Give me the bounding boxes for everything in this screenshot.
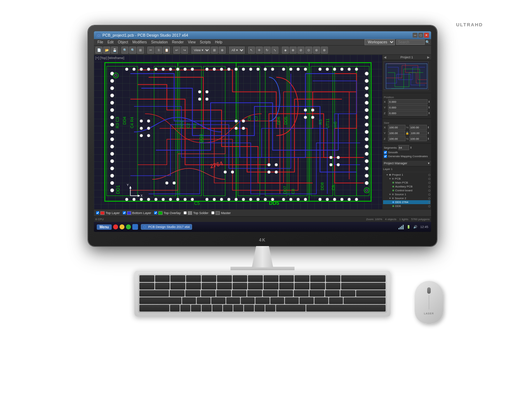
tree-dd6[interactable]: DD6 bbox=[383, 204, 430, 208]
key-comma[interactable] bbox=[244, 305, 254, 312]
pos-y-spinner[interactable]: ⬍ bbox=[428, 106, 430, 109]
new-file-button[interactable]: 📄 bbox=[95, 47, 102, 54]
key-semi[interactable] bbox=[314, 297, 328, 304]
layer-master-checkbox[interactable] bbox=[211, 211, 214, 214]
tree-main-pcb[interactable]: Main PCB bbox=[383, 181, 430, 185]
panel-arrow-left[interactable]: ◀ bbox=[384, 55, 386, 59]
layer-bottom-checkbox[interactable] bbox=[123, 211, 126, 214]
scale-button[interactable]: ⤡ bbox=[271, 47, 279, 54]
tool12[interactable]: ⊚ bbox=[313, 47, 320, 54]
key-2[interactable] bbox=[170, 283, 185, 289]
mouse-scroll-wheel[interactable] bbox=[427, 287, 431, 294]
smooth-checkbox[interactable] bbox=[384, 151, 387, 154]
size-z-spinner[interactable]: ⬍ bbox=[427, 137, 430, 140]
key-9[interactable] bbox=[279, 283, 294, 289]
key-x[interactable] bbox=[180, 305, 190, 312]
key-p[interactable] bbox=[309, 290, 324, 297]
tree-dds2764[interactable]: DDS 2764 bbox=[383, 200, 430, 204]
taskbar-dot-green[interactable] bbox=[126, 224, 131, 229]
segments-spinner[interactable]: ⬍ bbox=[410, 146, 412, 149]
key-f8[interactable] bbox=[264, 275, 279, 282]
key-v[interactable] bbox=[202, 305, 212, 312]
key-tilde[interactable] bbox=[139, 283, 154, 289]
layer-bottom[interactable]: Bottom Layer bbox=[123, 211, 152, 215]
menu-modifiers[interactable]: Modifiers bbox=[130, 39, 149, 45]
redo-button[interactable]: ↪ bbox=[181, 47, 188, 54]
canvas-area[interactable]: [+] [Top] [Wireframe] bbox=[94, 55, 382, 209]
key-1[interactable] bbox=[155, 283, 170, 289]
mouse-body[interactable]: LASER bbox=[415, 281, 443, 324]
key-3[interactable] bbox=[186, 283, 201, 289]
zoom-in-button[interactable]: 🔍 bbox=[121, 47, 128, 54]
key-n[interactable] bbox=[223, 305, 233, 312]
key-esc[interactable] bbox=[139, 275, 154, 282]
key-tab[interactable] bbox=[139, 290, 169, 297]
key-shift-r[interactable] bbox=[276, 305, 306, 312]
workspace-selector[interactable]: Workspaces bbox=[365, 39, 395, 45]
tree-control-board[interactable]: Control board bbox=[383, 188, 430, 192]
key-f2[interactable] bbox=[170, 275, 185, 282]
key-5[interactable] bbox=[217, 283, 232, 289]
pm-expand-icon[interactable]: ▾ bbox=[428, 161, 430, 165]
menu-file[interactable]: File bbox=[95, 39, 105, 45]
key-y[interactable] bbox=[247, 290, 262, 297]
key-f4[interactable] bbox=[202, 275, 217, 282]
search-input[interactable] bbox=[396, 39, 425, 45]
key-z[interactable] bbox=[170, 305, 180, 312]
key-period[interactable] bbox=[255, 305, 265, 312]
tree-project1[interactable]: ▼ Project 1 bbox=[383, 173, 430, 177]
key-f[interactable] bbox=[226, 297, 240, 304]
key-caps[interactable] bbox=[139, 297, 181, 304]
minimap[interactable] bbox=[384, 62, 429, 90]
close-button[interactable]: ✕ bbox=[424, 33, 429, 38]
pos-x-input[interactable] bbox=[388, 99, 428, 104]
key-del[interactable] bbox=[341, 275, 386, 282]
tool13[interactable]: ⊛ bbox=[321, 47, 328, 54]
panel-arrow-right[interactable]: ▶ bbox=[427, 55, 430, 59]
cut-button[interactable]: ✂ bbox=[147, 47, 154, 54]
minimize-button[interactable]: ─ bbox=[413, 33, 418, 38]
tree-source1[interactable]: ▼ Source 1 bbox=[383, 192, 430, 196]
taskbar-dot-red[interactable] bbox=[113, 224, 118, 229]
copy-button[interactable]: ⎘ bbox=[155, 47, 162, 54]
size-x-pct-input[interactable] bbox=[409, 125, 427, 130]
key-f1[interactable] bbox=[155, 275, 170, 282]
rotate-button[interactable]: ↻ bbox=[264, 47, 271, 54]
key-plus[interactable] bbox=[326, 283, 341, 289]
key-enter[interactable] bbox=[356, 290, 386, 297]
key-6[interactable] bbox=[233, 283, 248, 289]
taskbar-menu-button[interactable]: Menu bbox=[97, 224, 112, 230]
undo-button[interactable]: ↩ bbox=[173, 47, 180, 54]
size-x-input[interactable] bbox=[388, 125, 405, 130]
key-0[interactable] bbox=[295, 283, 309, 289]
key-f6[interactable] bbox=[233, 275, 248, 282]
key-backspace[interactable] bbox=[341, 283, 386, 289]
key-f9[interactable] bbox=[279, 275, 294, 282]
key-7[interactable] bbox=[248, 283, 263, 289]
tree-pcb[interactable]: ▼ PCB bbox=[383, 177, 430, 181]
menu-scripts[interactable]: Scripts bbox=[198, 39, 213, 45]
key-slash[interactable] bbox=[265, 305, 275, 312]
pos-y-input[interactable] bbox=[388, 105, 428, 110]
size-z-input[interactable] bbox=[388, 136, 405, 141]
key-f5[interactable] bbox=[217, 275, 232, 282]
key-t[interactable] bbox=[232, 290, 247, 297]
menu-object[interactable]: Object bbox=[116, 39, 130, 45]
layer-top-checkbox[interactable] bbox=[96, 211, 99, 214]
taskbar-app-pcb[interactable]: ⬡ PCB Design Studio 2017 x64 bbox=[141, 224, 192, 230]
segments-input[interactable] bbox=[398, 145, 409, 150]
open-button[interactable]: 📂 bbox=[103, 47, 110, 54]
key-4[interactable] bbox=[202, 283, 217, 289]
layer-overlay-checkbox[interactable] bbox=[154, 211, 157, 214]
tree-aux-pcb[interactable]: Auxiliary PCB bbox=[383, 185, 430, 188]
menu-help[interactable]: Help bbox=[213, 39, 224, 45]
layer-top-overlay[interactable]: Top Overlay bbox=[154, 211, 181, 215]
key-enter2[interactable] bbox=[344, 297, 386, 304]
key-f12[interactable] bbox=[326, 275, 341, 282]
size-y-lock[interactable]: 🔒 bbox=[405, 132, 409, 135]
key-space[interactable] bbox=[306, 305, 386, 312]
tool10[interactable]: ⊘ bbox=[297, 47, 304, 54]
key-quote[interactable] bbox=[329, 297, 343, 304]
key-w[interactable] bbox=[185, 290, 200, 297]
size-y-input[interactable] bbox=[388, 131, 405, 135]
